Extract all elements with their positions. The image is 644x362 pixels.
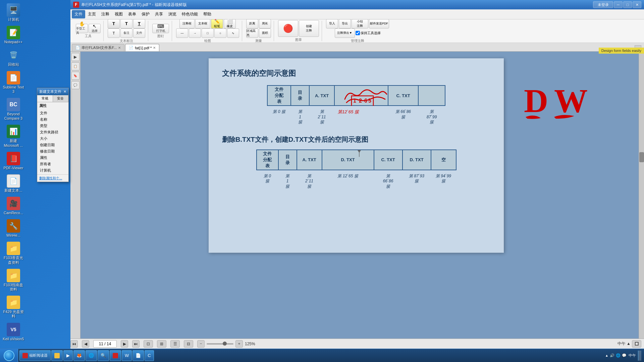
- menu-form[interactable]: 表单: [125, 10, 139, 18]
- menu-help[interactable]: 帮助: [201, 10, 214, 18]
- menu-annotation[interactable]: 注释: [99, 10, 112, 18]
- tray-icon-sound[interactable]: 🔊: [610, 353, 614, 358]
- zoom-out-button[interactable]: －: [197, 340, 205, 348]
- dialog-item-1[interactable]: 名称: [39, 116, 67, 123]
- dialog-item-3[interactable]: 文件夹路径: [39, 129, 67, 135]
- taskbar-item-word[interactable]: W: [122, 350, 132, 361]
- menu-home[interactable]: 主页: [85, 10, 99, 18]
- zoom-in-button[interactable]: ＋: [235, 340, 243, 348]
- zoom-handle[interactable]: [223, 342, 227, 346]
- menu-file[interactable]: 文件: [72, 10, 85, 18]
- desktop-icon-pdf[interactable]: 📕 PDF-Viewer: [1, 150, 25, 172]
- note-popup-button[interactable]: 注释弹出▼: [335, 28, 355, 38]
- region-highlight-button[interactable]: 区域高亮: [246, 28, 258, 38]
- tab-close-0[interactable]: ✕: [118, 46, 121, 50]
- keep-tool-checkbox[interactable]: [356, 31, 360, 35]
- desktop-icon-camrec[interactable]: 🎥 CamReco...: [1, 195, 25, 217]
- desktop-icon-f103a[interactable]: 📁 F103香直光 盘资料: [1, 240, 25, 266]
- nav-layout-3-button[interactable]: ☰: [170, 340, 180, 348]
- stamp-icon-btn[interactable]: 🔴: [278, 20, 298, 37]
- dialog-tab-security[interactable]: 安全: [53, 95, 69, 102]
- nav-first-button[interactable]: ⏮: [70, 340, 78, 348]
- taskbar-item-search[interactable]: 🔍: [98, 350, 109, 361]
- start-button[interactable]: [0, 349, 18, 362]
- dialog-item-6[interactable]: 修改日期: [39, 148, 67, 155]
- menu-share[interactable]: 共享: [152, 10, 166, 18]
- taskbar-item-doc[interactable]: 📄: [132, 350, 144, 361]
- desktop-icon-f429[interactable]: 📁 F429 光盘资料: [1, 294, 25, 320]
- top-banner[interactable]: Design form fields easily: [599, 48, 644, 54]
- dialog-item-7[interactable]: 属性: [39, 155, 67, 161]
- desktop-icon-newtext[interactable]: 📄 新建文本...: [1, 173, 25, 194]
- text-box-button[interactable]: 文本框: [195, 19, 210, 28]
- nav-prev-button[interactable]: ◀: [82, 340, 89, 348]
- tray-arrow[interactable]: ▲: [605, 354, 608, 357]
- taskbar-item-ps[interactable]: ▶: [63, 350, 73, 361]
- text-btn-2[interactable]: T: [120, 19, 132, 28]
- nav-layout-button[interactable]: ⊡: [144, 340, 153, 348]
- dialog-item-5[interactable]: 创建日期: [39, 142, 67, 148]
- page-number-input[interactable]: [93, 340, 117, 348]
- status-extra-btn[interactable]: 🔲: [632, 340, 641, 348]
- zoom-slider[interactable]: [207, 343, 233, 345]
- oval-button[interactable]: ○: [214, 28, 226, 38]
- annotation-box-button[interactable]: 注释框: [179, 19, 195, 28]
- tab-close-1[interactable]: ✕: [153, 46, 156, 50]
- curve-button[interactable]: ∿: [227, 28, 239, 38]
- nav-last-button[interactable]: ⏭: [132, 340, 140, 348]
- minimize-button[interactable]: ─: [614, 1, 623, 8]
- small-note-button[interactable]: 小结注释: [352, 19, 368, 28]
- menu-view[interactable]: 视图: [112, 10, 125, 18]
- import-button[interactable]: 导入: [326, 19, 338, 28]
- distance-button[interactable]: 距离: [246, 19, 258, 28]
- perimeter-button[interactable]: 周长: [259, 19, 271, 28]
- nav-layout-4-button[interactable]: ⊟: [184, 340, 193, 348]
- taskbar-item-foxit2[interactable]: [110, 350, 121, 361]
- select-tool-button[interactable]: ↖ 选择: [89, 24, 101, 33]
- maximize-button[interactable]: □: [623, 1, 632, 8]
- line-button[interactable]: —: [176, 28, 188, 38]
- dialog-item-0[interactable]: 文件: [39, 110, 67, 116]
- eraser-button[interactable]: ⬜ 橡皮: [224, 19, 236, 28]
- dialog-footer-link[interactable]: 删除属性和个...: [39, 176, 62, 180]
- desktop-icon-f103b[interactable]: 📁 F103指南盘资料: [1, 267, 25, 293]
- dialog-item-2[interactable]: 类型: [39, 123, 67, 129]
- pencil-button[interactable]: ✏️ 铅笔: [211, 19, 223, 28]
- dialog-item-4[interactable]: 大小: [39, 135, 67, 142]
- nav-next-button[interactable]: ▶: [121, 340, 128, 348]
- right-scrollbar[interactable]: [639, 52, 644, 339]
- text-btn-1[interactable]: T: [108, 19, 120, 28]
- export-button[interactable]: 导出: [339, 19, 351, 28]
- desktop-icon-sublime[interactable]: 📄 Sublime Text 3: [1, 70, 25, 95]
- desktop-icon-excel[interactable]: 📊 新建 Microsoft ...: [1, 123, 25, 149]
- login-status[interactable]: 未登录: [593, 1, 613, 8]
- nav-layout-2-button[interactable]: ⊞: [157, 340, 166, 348]
- menu-protect[interactable]: 保护: [139, 10, 152, 18]
- dialog-footer[interactable]: 删除属性和个...: [37, 174, 68, 182]
- taskbar-item-explorer[interactable]: [51, 350, 63, 361]
- note-button[interactable]: 备注: [120, 28, 132, 38]
- left-nav-btn-1[interactable]: 📋: [71, 62, 79, 70]
- typewriter-button[interactable]: ⌨ 打字机: [152, 24, 169, 33]
- text-btn-4[interactable]: T: [108, 28, 120, 38]
- dialog-item-9[interactable]: 计算机: [39, 167, 67, 174]
- text-btn-3[interactable]: T: [133, 19, 145, 28]
- tray-icon-network[interactable]: 🌐: [616, 353, 621, 358]
- left-nav-btn-3[interactable]: 💬: [71, 81, 79, 89]
- pdf-viewer[interactable]: 文件系统的空间示意图 文件分配表 目录 A. TXT: [80, 52, 639, 339]
- tray-icon-msg[interactable]: 💬: [622, 353, 627, 358]
- taskbar-item-ie[interactable]: 🌐: [86, 350, 97, 361]
- desktop-icon-winhe[interactable]: 🔧 WinHe...: [1, 218, 25, 239]
- menu-browse[interactable]: 浏览: [166, 10, 179, 18]
- close-button[interactable]: ✕: [633, 1, 641, 8]
- dialog-close-icon[interactable]: ✕: [63, 89, 66, 94]
- taskbar-item-foxit[interactable]: 福昕阅读器: [19, 350, 51, 361]
- left-nav-btn-2[interactable]: 🔖: [71, 72, 79, 80]
- email-pdf-button[interactable]: 邮件发送PDF: [369, 19, 389, 28]
- desktop-icon-keil[interactable]: V5 Keil uVision5: [1, 321, 25, 343]
- taskbar-item-app5[interactable]: C: [145, 350, 154, 361]
- menu-features[interactable]: 特色功能: [179, 10, 201, 18]
- show-desktop-button[interactable]: [638, 351, 641, 361]
- create-note-button[interactable]: 创建注释: [299, 20, 319, 37]
- desktop-icon-recycle[interactable]: 🗑️ 回收站: [1, 47, 25, 68]
